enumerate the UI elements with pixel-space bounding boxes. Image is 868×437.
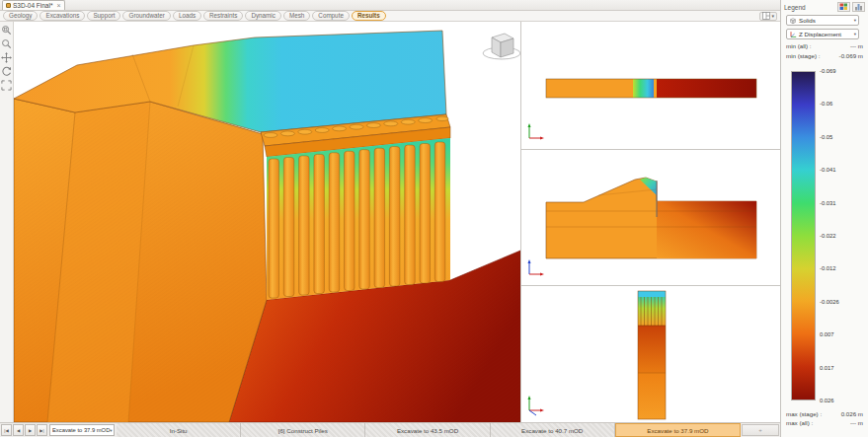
ribbon-tab-bar: Geology Excavations Support Groundwater …	[0, 11, 780, 22]
colorbar-tick: 0.017	[820, 365, 834, 371]
ribbon-tab-support[interactable]: Support	[87, 11, 120, 21]
zoom-icon[interactable]	[1, 37, 13, 49]
colorbar-tick: -0.022	[820, 233, 835, 239]
colorbar-tick: -0.0026	[820, 299, 839, 305]
histogram-icon	[854, 3, 863, 11]
min-all-value: --- m	[850, 42, 863, 49]
zoom-extents-icon[interactable]	[1, 79, 13, 91]
viewport-section[interactable]	[521, 150, 780, 286]
last-stage-button[interactable]: ▶|	[37, 424, 47, 436]
ribbon-tab-groundwater[interactable]: Groundwater	[122, 11, 170, 21]
stage-selector-value: Excavate to 37.9 mOD	[52, 427, 110, 433]
min-stage-row: min (stage) : -0.069 m	[786, 52, 863, 59]
legend-header: Legend	[784, 2, 865, 12]
max-stage-row: max (stage) : 0.026 m	[786, 410, 863, 417]
ribbon-tab-restraints[interactable]: Restraints	[203, 11, 243, 21]
solids-dropdown[interactable]: Solids ▾	[786, 15, 859, 26]
pile-wall	[267, 138, 450, 300]
close-icon[interactable]: ×	[56, 3, 60, 9]
max-all-row: max (all) : --- m	[786, 419, 863, 426]
colorbar-tick: -0.05	[820, 134, 832, 140]
stage-overflow-button[interactable]: +	[742, 424, 779, 436]
axis-triad	[528, 123, 545, 140]
side-viewports	[520, 22, 780, 422]
rotate-view-icon[interactable]	[1, 65, 13, 77]
legend-colorbar	[791, 71, 816, 401]
first-stage-button[interactable]: |◀	[1, 424, 12, 436]
colorbar-tick: -0.012	[820, 265, 835, 271]
plan-view-model	[521, 22, 780, 150]
max-stage-label: max (stage) :	[786, 410, 822, 417]
contour-type-label: Z Displacement	[799, 31, 841, 37]
section-view-model	[521, 150, 780, 286]
previous-stage-button[interactable]: ◀	[13, 424, 24, 436]
solids-dropdown-label: Solids	[799, 17, 816, 24]
color-grid-icon	[839, 3, 848, 11]
chevron-down-icon: ▾	[854, 32, 856, 36]
colorbar-area: -0.069 -0.06 -0.05 -0.041 -0.031 -0.022 …	[791, 71, 865, 401]
titlebar: S3D-04 Final* ×	[0, 0, 780, 11]
document-icon	[6, 3, 11, 8]
view-toolbar	[0, 22, 14, 422]
stage-tab-construct-piles[interactable]: [6] Construct Piles	[241, 423, 365, 437]
histogram-button[interactable]	[852, 2, 865, 12]
min-all-label: min (all) :	[786, 42, 811, 49]
document-title: S3D-04 Final*	[13, 2, 52, 9]
colorbar-tick: -0.041	[820, 167, 835, 173]
legend-bottom: max (stage) : 0.026 m max (all) : --- m	[784, 408, 865, 426]
main-3d-viewport[interactable]	[14, 22, 520, 422]
ribbon-tab-results[interactable]: Results	[352, 11, 386, 21]
stage-tab-excavate-40-7[interactable]: Excavate to 40.7 mOD	[491, 423, 615, 437]
ribbon-tab-compute[interactable]: Compute	[312, 11, 350, 21]
axis-icon	[789, 31, 797, 38]
ribbon-tab-geology[interactable]: Geology	[3, 11, 38, 21]
axis-triad	[528, 396, 545, 415]
main-column: S3D-04 Final* × Geology Excavations Supp…	[0, 0, 780, 437]
view-cube[interactable]	[483, 34, 520, 59]
stage-selector-dropdown[interactable]: Excavate to 37.9 mOD ▾	[49, 424, 115, 436]
colorbar-tick: -0.069	[820, 68, 835, 74]
ribbon-tab-excavations[interactable]: Excavations	[39, 11, 85, 21]
colorbar-tick: 0.007	[820, 331, 834, 337]
min-all-row: min (all) : --- m	[786, 42, 863, 49]
contour-type-dropdown[interactable]: Z Displacement ▾	[786, 29, 859, 39]
viewport-grid-icon	[762, 12, 770, 20]
app-window: S3D-04 Final* × Geology Excavations Supp…	[0, 0, 868, 437]
chevron-down-icon: ▾	[110, 428, 112, 433]
colorbar-tick: -0.06	[820, 101, 832, 107]
ribbon-tab-dynamic[interactable]: Dynamic	[245, 11, 281, 21]
legend-panel: Legend So	[780, 0, 868, 437]
cube-icon	[789, 17, 797, 25]
legend-title: Legend	[784, 4, 806, 11]
next-stage-button[interactable]: ▶	[25, 424, 36, 436]
document-tab[interactable]: S3D-04 Final* ×	[2, 0, 65, 10]
max-all-label: max (all) :	[786, 419, 813, 426]
colorbar-tick: 0.026	[820, 398, 834, 403]
max-all-value: --- m	[850, 419, 863, 426]
ribbon-tab-mesh[interactable]: Mesh	[283, 11, 310, 21]
chevron-down-icon: ▾	[854, 18, 856, 23]
contour-options-button[interactable]	[837, 2, 850, 12]
axis-triad	[528, 259, 545, 276]
stage-tab-excavate-43-5[interactable]: Excavate to 43.5 mOD	[365, 423, 490, 437]
viewport-elevation[interactable]	[521, 286, 780, 422]
pan-icon[interactable]	[1, 51, 13, 63]
min-stage-value: -0.069 m	[839, 52, 863, 59]
stage-tab-excavate-37-9[interactable]: Excavate to 37.9 mOD	[615, 423, 741, 437]
workspace	[0, 22, 780, 422]
stage-tab-in-situ[interactable]: In-Situ	[117, 423, 241, 437]
stage-bar: |◀ ◀ ▶ ▶| Excavate to 37.9 mOD ▾ In-Situ…	[0, 422, 780, 437]
viewport-plan[interactable]	[521, 22, 780, 150]
max-stage-value: 0.026 m	[841, 410, 863, 417]
colorbar-tick: -0.031	[820, 200, 835, 206]
zoom-window-icon[interactable]	[1, 24, 13, 36]
elevation-view-model	[521, 286, 780, 422]
ribbon-tab-loads[interactable]: Loads	[173, 11, 201, 21]
chevron-down-icon: ▾	[771, 13, 774, 19]
main-3d-model	[14, 22, 520, 422]
viewport-layout-button[interactable]: ▾	[759, 12, 777, 21]
min-stage-label: min (stage) :	[786, 52, 820, 59]
